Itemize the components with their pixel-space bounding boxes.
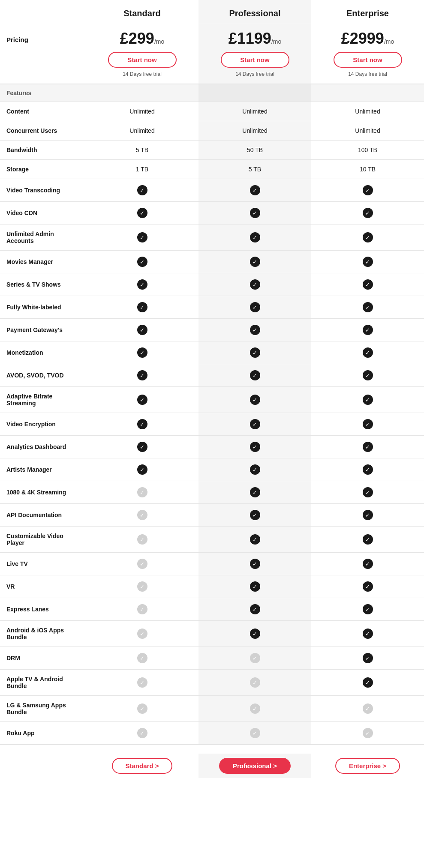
professional-price-value: £1199 <box>229 30 271 47</box>
feature-row: Analytics Dashboard✓✓✓ <box>0 436 424 458</box>
enterprise-plan-name: Enterprise <box>346 9 389 18</box>
check-active-icon: ✓ <box>250 534 260 545</box>
features-standard-col-header <box>86 84 198 102</box>
standard-trial-text: 14 Days free trial <box>90 71 194 77</box>
feature-enterprise-value: ✓ <box>311 696 424 721</box>
feature-name-cell: Fully White-labeled <box>0 296 86 318</box>
check-active-icon: ✓ <box>137 325 147 335</box>
enterprise-start-button[interactable]: Start now <box>334 52 402 68</box>
check-inactive-icon: ✓ <box>363 728 373 738</box>
feature-enterprise-value: ✓ <box>311 436 424 458</box>
check-inactive-icon: ✓ <box>250 703 260 714</box>
check-active-icon: ✓ <box>363 395 373 405</box>
feature-standard-value: ✓ <box>86 202 198 224</box>
feature-row: Movies Manager✓✓✓ <box>0 251 424 273</box>
check-inactive-icon: ✓ <box>250 728 260 738</box>
feature-row: Fully White-labeled✓✓✓ <box>0 296 424 319</box>
check-active-icon: ✓ <box>363 370 373 380</box>
feature-row: Series & TV Shows✓✓✓ <box>0 273 424 296</box>
feature-row: Customizable Video Player✓✓✓ <box>0 527 424 553</box>
check-active-icon: ✓ <box>137 370 147 380</box>
professional-header: Professional <box>198 0 311 23</box>
feature-standard-value: ✓ <box>86 364 198 386</box>
check-active-icon: ✓ <box>250 279 260 290</box>
standard-start-button[interactable]: Start now <box>108 52 177 68</box>
feature-name-cell: LG & Samsung Apps Bundle <box>0 696 86 721</box>
bottom-cta-row: Standard > Professional > Enterprise > <box>0 745 424 787</box>
check-active-icon: ✓ <box>363 232 373 242</box>
feature-professional-value: ✓ <box>198 553 311 575</box>
feature-standard-value: ✓ <box>86 504 198 526</box>
check-active-icon: ✓ <box>363 604 373 614</box>
check-active-icon: ✓ <box>137 347 147 358</box>
feature-enterprise-value: 10 TB <box>311 160 424 179</box>
feature-professional-value: ✓ <box>198 670 311 695</box>
feature-standard-value: Unlimited <box>86 121 198 140</box>
feature-enterprise-value: ✓ <box>311 598 424 620</box>
feature-row: Video Encryption✓✓✓ <box>0 413 424 436</box>
check-active-icon: ✓ <box>137 185 147 195</box>
professional-bottom-cell: Professional > <box>198 754 311 778</box>
feature-row: Concurrent UsersUnlimitedUnlimitedUnlimi… <box>0 121 424 141</box>
enterprise-header: Enterprise <box>311 0 424 23</box>
features-section-header: Features <box>0 84 424 102</box>
plan-header-row: Standard Professional Enterprise <box>0 0 424 23</box>
standard-bottom-button[interactable]: Standard > <box>112 758 173 774</box>
feature-name-cell: Roku App <box>0 722 86 744</box>
feature-row: LG & Samsung Apps Bundle✓✓✓ <box>0 696 424 722</box>
check-active-icon: ✓ <box>250 370 260 380</box>
feature-enterprise-value: ✓ <box>311 504 424 526</box>
feature-standard-value: ✓ <box>86 553 198 575</box>
feature-row: API Documentation✓✓✓ <box>0 504 424 527</box>
enterprise-price: £2999/mo <box>316 30 420 48</box>
check-inactive-icon: ✓ <box>137 559 147 569</box>
enterprise-bottom-button[interactable]: Enterprise > <box>335 758 400 774</box>
check-active-icon: ✓ <box>363 629 373 639</box>
check-active-icon: ✓ <box>363 653 373 663</box>
feature-standard-value: 1 TB <box>86 160 198 179</box>
professional-start-button[interactable]: Start now <box>221 52 289 68</box>
feature-row: Storage1 TB5 TB10 TB <box>0 160 424 179</box>
feature-professional-value: ✓ <box>198 647 311 669</box>
feature-name-cell: Artists Manager <box>0 458 86 481</box>
feature-enterprise-value: Unlimited <box>311 121 424 140</box>
feature-professional-value: ✓ <box>198 364 311 386</box>
check-active-icon: ✓ <box>250 581 260 592</box>
feature-name-cell: 1080 & 4K Streaming <box>0 481 86 503</box>
feature-standard-value: ✓ <box>86 621 198 647</box>
feature-standard-value: 5 TB <box>86 141 198 159</box>
feature-enterprise-value: ✓ <box>311 722 424 744</box>
check-active-icon: ✓ <box>363 487 373 497</box>
feature-row: DRM✓✓✓ <box>0 647 424 670</box>
feature-rows-container: ContentUnlimitedUnlimitedUnlimitedConcur… <box>0 102 424 745</box>
check-active-icon: ✓ <box>137 232 147 242</box>
feature-enterprise-value: ✓ <box>311 319 424 341</box>
feature-enterprise-value: ✓ <box>311 179 424 201</box>
check-active-icon: ✓ <box>137 464 147 475</box>
feature-name-cell: Video Encryption <box>0 413 86 435</box>
feature-professional-value: ✓ <box>198 202 311 224</box>
standard-price-period: /mo <box>154 38 164 45</box>
feature-enterprise-value: ✓ <box>311 621 424 647</box>
feature-professional-value: ✓ <box>198 179 311 201</box>
check-active-icon: ✓ <box>137 279 147 290</box>
feature-professional-value: ✓ <box>198 696 311 721</box>
feature-enterprise-value: ✓ <box>311 553 424 575</box>
standard-pricing-cell: £299/mo Start now 14 Days free trial <box>86 23 198 84</box>
feature-name-cell: Series & TV Shows <box>0 273 86 296</box>
feature-professional-value: ✓ <box>198 458 311 481</box>
check-active-icon: ✓ <box>137 395 147 405</box>
check-active-icon: ✓ <box>137 302 147 312</box>
feature-name-cell: VR <box>0 575 86 598</box>
feature-enterprise-value: ✓ <box>311 670 424 695</box>
feature-row: Apple TV & Android Bundle✓✓✓ <box>0 670 424 696</box>
check-active-icon: ✓ <box>250 257 260 267</box>
feature-professional-value: ✓ <box>198 273 311 296</box>
feature-name-cell: Movies Manager <box>0 251 86 273</box>
feature-row: Bandwidth5 TB50 TB100 TB <box>0 141 424 160</box>
check-active-icon: ✓ <box>250 325 260 335</box>
feature-standard-value: ✓ <box>86 273 198 296</box>
feature-name-cell: Customizable Video Player <box>0 527 86 552</box>
feature-enterprise-value: ✓ <box>311 413 424 435</box>
professional-bottom-button[interactable]: Professional > <box>219 758 291 774</box>
